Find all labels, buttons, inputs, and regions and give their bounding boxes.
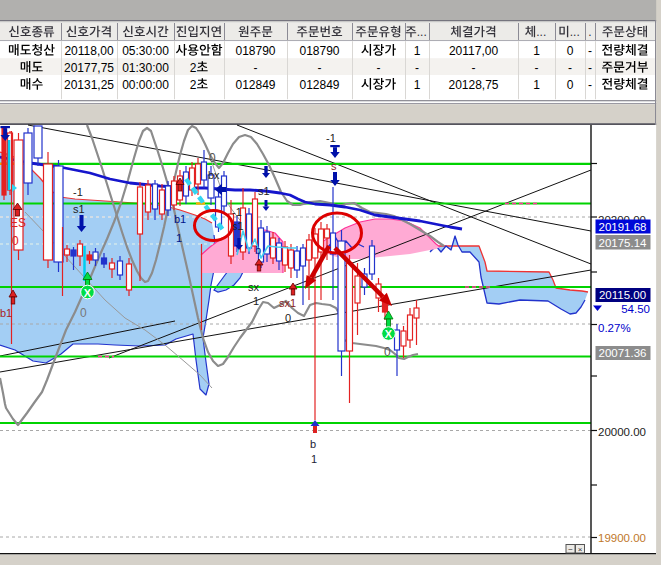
svg-text:2: 2 bbox=[190, 61, 197, 75]
svg-text:-: - bbox=[254, 61, 258, 75]
svg-text:20175.14: 20175.14 bbox=[599, 237, 648, 249]
svg-text:2: 2 bbox=[190, 78, 197, 92]
svg-text:20117,00: 20117,00 bbox=[449, 44, 498, 58]
svg-text:sx: sx bbox=[248, 281, 260, 293]
svg-text:-1: -1 bbox=[73, 186, 83, 198]
svg-text:1: 1 bbox=[414, 44, 421, 58]
svg-text:20118,00: 20118,00 bbox=[64, 44, 113, 58]
svg-text:012849: 012849 bbox=[235, 78, 275, 92]
svg-text:-: - bbox=[415, 61, 419, 75]
svg-text:0: 0 bbox=[209, 151, 216, 165]
svg-text:20128,75: 20128,75 bbox=[448, 78, 498, 92]
svg-text:0: 0 bbox=[285, 312, 291, 324]
svg-text:s1: s1 bbox=[258, 185, 270, 197]
svg-text:54.50: 54.50 bbox=[621, 303, 650, 315]
svg-text:20000.00: 20000.00 bbox=[598, 426, 646, 438]
svg-text:-1: -1 bbox=[326, 132, 336, 144]
svg-text:-: - bbox=[588, 44, 592, 58]
svg-text:1: 1 bbox=[533, 44, 540, 58]
svg-text:20191.68: 20191.68 bbox=[599, 221, 647, 233]
svg-text:...: ... bbox=[417, 25, 427, 39]
svg-text:0: 0 bbox=[567, 78, 574, 92]
svg-text:-: - bbox=[568, 61, 572, 75]
svg-text:018790: 018790 bbox=[235, 44, 275, 58]
svg-text:b1: b1 bbox=[174, 213, 186, 225]
svg-text:1: 1 bbox=[533, 78, 540, 92]
svg-text:1: 1 bbox=[253, 295, 259, 307]
svg-text:1: 1 bbox=[311, 453, 317, 465]
svg-text:b: b bbox=[255, 244, 261, 256]
svg-text:-: - bbox=[535, 61, 539, 75]
svg-text:-: - bbox=[588, 78, 592, 92]
svg-text:ES: ES bbox=[10, 216, 26, 230]
svg-text:00:00:00: 00:00:00 bbox=[122, 78, 169, 92]
svg-text:20131,25: 20131,25 bbox=[64, 78, 114, 92]
svg-text:X: X bbox=[84, 287, 92, 299]
svg-text:s: s bbox=[331, 160, 337, 172]
svg-text:-: - bbox=[588, 61, 592, 75]
svg-text:1: 1 bbox=[414, 78, 421, 92]
svg-text:0: 0 bbox=[567, 44, 574, 58]
svg-text:0.27%: 0.27% bbox=[598, 322, 631, 334]
svg-text:0: 0 bbox=[12, 234, 19, 248]
svg-text:-: - bbox=[377, 61, 381, 75]
svg-text:...: ... bbox=[536, 25, 546, 39]
svg-text:×: × bbox=[578, 545, 583, 554]
svg-text:X: X bbox=[385, 328, 393, 340]
svg-text:s1: s1 bbox=[73, 203, 85, 215]
svg-text:b: b bbox=[310, 438, 316, 450]
svg-text:...: ... bbox=[570, 25, 580, 39]
svg-text:-: - bbox=[318, 61, 322, 75]
svg-text:20115.00: 20115.00 bbox=[599, 289, 646, 301]
svg-text:1: 1 bbox=[176, 232, 182, 244]
svg-text:20177,75: 20177,75 bbox=[64, 61, 114, 75]
svg-text:0: 0 bbox=[384, 345, 391, 359]
svg-text:01:30:00: 01:30:00 bbox=[122, 61, 169, 75]
svg-text:05:30:00: 05:30:00 bbox=[122, 44, 169, 58]
svg-text:b1: b1 bbox=[0, 307, 12, 319]
svg-text:0: 0 bbox=[80, 306, 87, 320]
svg-text:018790: 018790 bbox=[299, 44, 339, 58]
svg-text:−: − bbox=[568, 545, 573, 554]
svg-text:-: - bbox=[472, 61, 476, 75]
svg-text:20071.36: 20071.36 bbox=[599, 347, 647, 359]
svg-text:.: . bbox=[588, 25, 591, 39]
svg-text:012849: 012849 bbox=[299, 78, 339, 92]
svg-text:-1: -1 bbox=[232, 206, 242, 218]
svg-text:19900.00: 19900.00 bbox=[598, 532, 646, 544]
svg-text:s1: s1 bbox=[232, 220, 244, 232]
svg-text:sx1: sx1 bbox=[279, 297, 296, 309]
svg-text:bx: bx bbox=[208, 169, 220, 181]
